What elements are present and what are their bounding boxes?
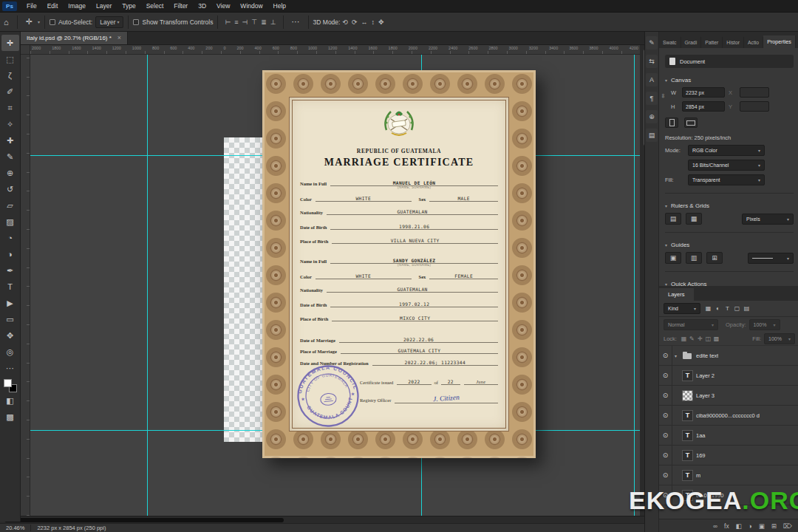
close-icon[interactable]: × — [117, 34, 121, 41]
layer-row[interactable]: ⊙ ▾ edite text — [659, 346, 798, 366]
lock-all-icon[interactable]: ▩ — [712, 335, 720, 342]
tab-properties[interactable]: Properties — [763, 35, 796, 48]
character-panel-icon[interactable]: A — [646, 73, 658, 86]
auto-select-dropdown[interactable]: Layer ▾ — [95, 16, 123, 28]
layer-effects-icon[interactable]: fx — [724, 522, 729, 530]
libraries-icon[interactable]: ▤ — [646, 129, 658, 142]
3d-scale-icon[interactable]: ✥ — [378, 18, 384, 26]
dodge-tool[interactable]: ◑ — [1, 246, 19, 262]
align-top-icon[interactable]: ⊤ — [251, 18, 257, 26]
adjustment-layer-icon[interactable]: ◑ — [748, 522, 752, 530]
canvas-section-header[interactable]: ▾ Canvas — [665, 77, 794, 83]
menu-layer[interactable]: Layer — [91, 0, 117, 13]
layer-mask-icon[interactable]: ◧ — [736, 522, 742, 530]
layer-thumbnail[interactable] — [682, 350, 693, 361]
delete-layer-icon[interactable]: ⌦ — [783, 522, 792, 530]
bit-depth-select[interactable]: 16 Bits/Channel ▾ — [688, 160, 765, 171]
tab-history[interactable]: Histor — [723, 37, 744, 48]
new-guide-layout-icon[interactable]: ▣ — [665, 252, 681, 264]
link-dimensions-icon[interactable]: ∞ — [660, 94, 666, 98]
crop-tool[interactable]: ⌗ — [1, 100, 19, 116]
color-swatches[interactable] — [4, 379, 17, 392]
layer-group-edite-text[interactable]: edite text — [696, 352, 718, 359]
document-properties-chip[interactable]: Document — [665, 55, 794, 68]
opacity-select[interactable]: 100% ▾ — [749, 319, 780, 330]
landscape-orientation-button[interactable] — [684, 117, 698, 128]
quick-mask-icon[interactable]: ◧ — [1, 392, 19, 409]
move-tool[interactable]: ✛ — [1, 35, 19, 51]
align-middle-icon[interactable]: ≣ — [261, 18, 267, 26]
layer-row[interactable]: ⊙ T ciba9000000...ccccccc0 d — [659, 406, 798, 426]
tab-layers[interactable]: Layers — [659, 288, 694, 301]
auto-select-checkbox[interactable] — [50, 19, 55, 25]
tab-patterns[interactable]: Patter — [701, 37, 723, 48]
y-input[interactable] — [740, 101, 769, 112]
layer-filter-kind-select[interactable]: Kind ▾ — [664, 303, 700, 314]
menu-filter[interactable]: Filter — [168, 0, 193, 13]
menu-window[interactable]: Window — [235, 0, 267, 13]
lock-pixels-icon[interactable]: ✎ — [688, 335, 696, 342]
tab-actions[interactable]: Actio — [744, 37, 763, 48]
gradient-tool[interactable]: ▨ — [1, 214, 19, 230]
clone-source-icon[interactable]: ⊕ — [646, 110, 658, 123]
align-right-icon[interactable]: ⊣ — [242, 18, 248, 26]
visibility-eye-icon[interactable]: ⊙ — [659, 386, 672, 405]
horizontal-ruler[interactable]: 2000180016001400120010008006004002000200… — [30, 45, 640, 55]
3d-slide-icon[interactable]: ↕ — [372, 18, 375, 26]
layer-row[interactable]: ⊙ T 169 — [659, 446, 798, 466]
layer-thumbnail[interactable]: T — [682, 370, 693, 381]
layer-3[interactable]: Layer 3 — [696, 392, 715, 399]
layer-row[interactable]: ⊙ Layer 3 — [659, 386, 798, 406]
path-selection-tool[interactable]: ▶ — [1, 295, 19, 311]
3d-pan-icon[interactable]: ↔ — [361, 18, 368, 26]
align-left-icon[interactable]: ⊢ — [225, 18, 231, 26]
blur-tool[interactable]: ◔ — [1, 230, 19, 246]
edit-toolbar[interactable]: ⋯ — [1, 360, 19, 376]
canvas-fill-select[interactable]: Transparent ▾ — [688, 174, 765, 185]
guides-section-header[interactable]: ▾ Guides — [665, 242, 794, 248]
guide-vertical-3[interactable] — [634, 55, 635, 516]
menu-file[interactable]: File — [21, 0, 42, 13]
layer-row[interactable]: ⊙ T Layer 2 — [659, 366, 798, 386]
lock-transparency-icon[interactable]: ▦ — [680, 335, 688, 342]
brush-settings-icon[interactable]: ✎ — [646, 36, 658, 50]
more-options-icon[interactable]: ⋯ — [288, 17, 304, 27]
quick-selection-tool[interactable]: ✐ — [1, 83, 19, 100]
eraser-tool[interactable]: ▱ — [1, 197, 19, 214]
brush-tool[interactable]: ✎ — [1, 149, 19, 165]
document-tab[interactable]: Italy id.psd @ 20.7% (RGB/16) * × — [21, 31, 128, 44]
visibility-eye-icon[interactable]: ⊙ — [659, 366, 672, 385]
ruler-units-select[interactable]: Pixels ▾ — [742, 214, 794, 225]
align-center-icon[interactable]: ≡ — [234, 18, 238, 26]
visibility-eye-icon[interactable]: ⊙ — [659, 446, 672, 465]
group-chevron-icon[interactable]: ▾ — [672, 353, 679, 358]
clear-guides-icon[interactable]: ⊞ — [706, 252, 723, 264]
menu-select[interactable]: Select — [141, 0, 169, 13]
filter-shape-icon[interactable]: ▢ — [732, 305, 742, 312]
x-input[interactable] — [740, 87, 769, 98]
visibility-eye-icon[interactable]: ⊙ — [659, 406, 672, 425]
filter-pixel-icon[interactable]: ▦ — [703, 305, 713, 312]
fill-select[interactable]: 100% ▾ — [764, 333, 795, 344]
layer-row[interactable]: ⊙ T m — [659, 466, 798, 485]
pen-tool[interactable]: ✒ — [1, 262, 19, 279]
visibility-eye-icon[interactable]: ⊙ — [659, 466, 672, 485]
guide-style-select[interactable]: ▾ — [748, 253, 794, 264]
eyedropper-tool[interactable]: ✧ — [1, 116, 19, 132]
layer-m[interactable]: m — [696, 472, 700, 479]
filter-adjustment-icon[interactable]: ◐ — [713, 305, 723, 312]
home-icon[interactable]: ⌂ — [0, 18, 13, 27]
layer-ciba[interactable]: ciba9000000...ccccccc0 d — [696, 412, 760, 419]
height-input[interactable]: 2854 px — [682, 101, 725, 112]
layer-thumbnail[interactable] — [682, 390, 693, 401]
layer-thumbnail[interactable]: T — [682, 470, 693, 481]
align-bottom-icon[interactable]: ⊥ — [270, 18, 276, 26]
lock-artboard-icon[interactable]: ◫ — [704, 335, 712, 342]
layer-1aa[interactable]: 1aa — [696, 432, 706, 439]
color-mode-select[interactable]: RGB Color ▾ — [688, 145, 765, 156]
horizontal-scrollbar-thumb[interactable] — [4, 518, 284, 522]
show-transform-checkbox[interactable] — [133, 19, 139, 25]
symmetry-icon[interactable]: ⇆ — [646, 55, 658, 68]
hand-tool[interactable]: ✥ — [1, 327, 19, 344]
3d-orbit-icon[interactable]: ⟲ — [342, 18, 348, 26]
